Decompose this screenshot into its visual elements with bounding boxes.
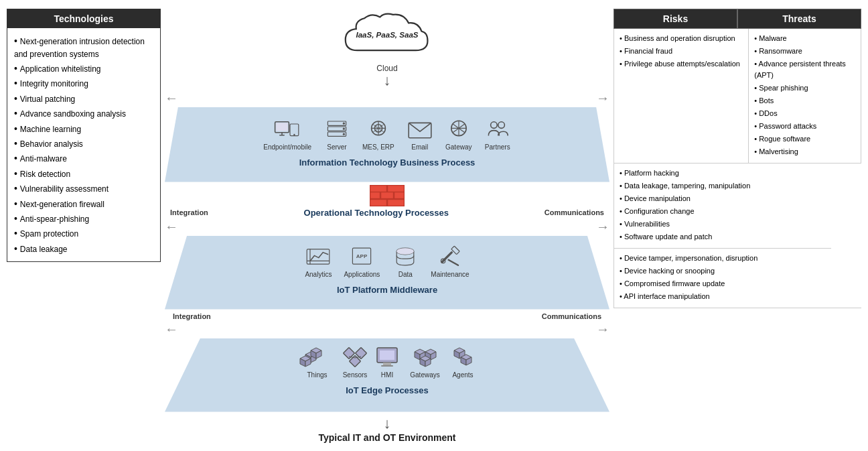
cloud-down-arrow: ↓ (384, 73, 391, 88)
hmi-icon (374, 345, 400, 369)
svg-rect-63 (381, 365, 393, 367)
things-icon (299, 344, 336, 369)
right-panels: Risks Threats Business and operation dis… (613, 9, 861, 309)
cloud-shape: IaaS, PaaS, SaaS (337, 9, 437, 62)
svg-rect-43 (451, 246, 459, 254)
endpoint-label: Endpoint/mobile (263, 143, 311, 151)
bottom-section: ↓ Typical IT and OT Environment (318, 415, 455, 443)
tech-item: Integrity monitoring (14, 76, 153, 90)
agents-icon-item: Agents (450, 345, 476, 379)
risk-item: Platform hacking (620, 168, 826, 179)
gateway-label: Gateway (445, 143, 472, 151)
iot-edge-right-arrow: → (596, 322, 609, 337)
firewall-icon (370, 185, 405, 206)
technologies-list: Next-generation intrusion detection and … (7, 28, 160, 262)
risk-item: Business and operation disruption (620, 33, 743, 44)
applications-icon: APP (348, 245, 375, 269)
email-label: Email (411, 143, 428, 151)
threats-col: MalwareRansomwareAdvance persistent thre… (749, 29, 861, 164)
right-header-row: Risks Threats (613, 9, 861, 29)
iot-edge-title: IoT Edge Processes (346, 385, 429, 395)
risk-item: Financial fraud (620, 46, 743, 57)
iot-platform-title: IoT Platform Middleware (337, 285, 437, 295)
tech-item: Anti-malware (14, 151, 153, 166)
technologies-panel: Technologies Next-generation intrusion d… (7, 9, 161, 263)
risk-item: Privilege abuse attempts/escalation (620, 58, 743, 70)
svg-rect-33 (370, 200, 386, 206)
hmi-icon-item: HMI (374, 345, 400, 379)
right-row-2: Platform hackingData leakage, tampering,… (613, 164, 861, 249)
iot-platform-trapezoid: Analytics APP Applications (165, 236, 609, 310)
risks-col-3: Device tamper, impersonation, disruption… (613, 249, 861, 308)
sensors-icon-item: Sensors (342, 345, 368, 379)
tech-item: Anti-spear-phishing (14, 211, 153, 226)
analytics-icon (305, 245, 332, 269)
it-layer-trapezoid: Endpoint/mobile Server (165, 107, 609, 182)
tech-item: Virtual patching (14, 91, 153, 106)
it-arrows-row: ← → (165, 90, 609, 106)
it-icons-row: Endpoint/mobile Server (263, 117, 511, 151)
svg-text:IaaS, PaaS, SaaS: IaaS, PaaS, SaaS (356, 30, 418, 38)
partners-icon (484, 117, 511, 141)
server-icon-item: Server (323, 117, 350, 151)
iot-platform-labels-row: Integration Communications (165, 310, 609, 322)
svg-rect-29 (388, 186, 404, 192)
risk-item: Device tamper, impersonation, disruption (620, 253, 856, 264)
threat-item: DDos (754, 108, 855, 119)
ot-integration-label: Integration (170, 208, 208, 216)
tech-item: Behavior analysis (14, 136, 153, 151)
threat-item: Rogue software (754, 133, 855, 145)
iot-edge-left-arrow: ← (165, 322, 178, 337)
mes-label: MES, ERP (362, 143, 394, 151)
threat-item: Ransomware (754, 46, 855, 57)
applications-icon-item: APP Applications (344, 245, 380, 278)
it-left-arrow: ← (165, 90, 178, 106)
bottom-down-arrow: ↓ (383, 415, 390, 432)
risks-col-1: Business and operation disruptionFinanci… (613, 29, 749, 164)
mes-icon (365, 117, 392, 141)
risk-item: Software update and patch (620, 231, 826, 243)
svg-rect-2 (276, 123, 288, 131)
data-icon-item: Data (392, 245, 419, 278)
applications-label: Applications (344, 271, 380, 278)
risk-item: Compromised firmware update (620, 278, 856, 289)
svg-rect-32 (394, 192, 404, 198)
svg-line-45 (449, 259, 458, 265)
ot-layer-title: Operational Technology Processes (304, 208, 449, 218)
sensors-label: Sensors (343, 371, 368, 379)
gateway-icon (445, 117, 472, 141)
gateways-icon (407, 345, 443, 369)
gateways-label: Gateways (410, 371, 439, 379)
svg-point-41 (397, 248, 415, 255)
agents-icon (450, 345, 476, 369)
tech-item: Application whitelisting (14, 61, 153, 76)
svg-point-12 (343, 133, 345, 135)
email-icon-item: Email (407, 117, 433, 151)
threat-item: Bots (754, 95, 855, 107)
things-icon-item: Things (299, 344, 336, 379)
maintenance-label: Maintenance (431, 271, 469, 278)
svg-point-8 (343, 122, 345, 124)
svg-rect-4 (279, 135, 285, 136)
iot-platform-icons: Analytics APP Applications (305, 245, 469, 278)
risks-header: Risks (613, 9, 737, 29)
svg-point-26 (498, 121, 505, 128)
it-right-arrow: → (596, 90, 609, 106)
svg-point-10 (343, 127, 345, 129)
threats-header: Threats (737, 9, 861, 29)
analytics-icon-item: Analytics (305, 245, 332, 278)
risk-item: Device manipulation (620, 193, 826, 204)
tech-item: Advance sandboxing analysis (14, 106, 153, 121)
server-icon (323, 117, 350, 141)
iot-platform-arrows-row: ← → (165, 219, 609, 235)
risk-item: Device hacking or snooping (620, 265, 856, 277)
tech-item: Vulnerability assessment (14, 181, 153, 196)
threat-item: Spear phishing (754, 82, 855, 94)
risk-item: Vulnerabilities (620, 218, 826, 230)
partners-label: Partners (485, 143, 510, 151)
bottom-label: Typical IT and OT Environment (318, 432, 455, 443)
svg-rect-28 (370, 186, 386, 192)
tech-item: Risk detection (14, 166, 153, 181)
iot-platform-wrapper: ← → Analytics (165, 219, 609, 310)
it-layer-title: Information Technology Business Process (299, 157, 476, 168)
